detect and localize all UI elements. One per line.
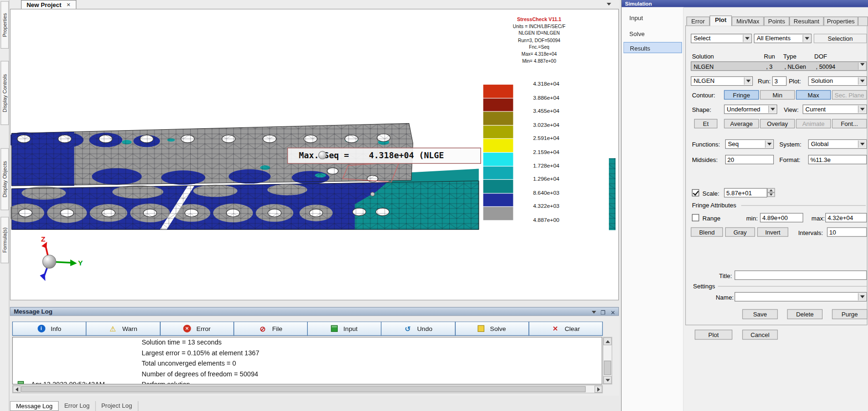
fringe-button[interactable]: Fringe (724, 90, 759, 100)
invert-button[interactable]: Invert (757, 228, 788, 237)
scroll-down-icon[interactable] (603, 376, 612, 384)
settings-name-dropdown[interactable] (734, 292, 867, 301)
input-button[interactable]: Input (307, 322, 382, 336)
file-button[interactable]: ⊘ File (233, 322, 308, 336)
scroll-thumb[interactable] (604, 360, 611, 375)
nav-item-input[interactable]: Input (623, 12, 682, 23)
settings-label: Settings (693, 283, 715, 289)
purge-button[interactable]: Purge (832, 309, 868, 319)
simulation-titlebar[interactable]: Simulation (622, 0, 868, 7)
scale-input[interactable] (724, 188, 767, 198)
log-line: Apr 13 2023 09:53:43AM Perform solution (13, 380, 601, 385)
tab-plot[interactable]: Plot (710, 15, 732, 26)
log-line: Largest error = 0.105% at element 1367 (13, 348, 601, 358)
tab-message-log[interactable]: Message Log (10, 401, 59, 411)
cancel-button[interactable]: Cancel (742, 330, 778, 339)
chevron-down-icon[interactable] (858, 63, 866, 70)
average-button[interactable]: Average (724, 119, 759, 128)
plot-button[interactable]: Plot (695, 330, 732, 339)
solution-dropdown[interactable]: NLGEN (691, 76, 753, 86)
log-text-area[interactable]: Solution time = 13 seconds Largest error… (12, 337, 602, 385)
spinner-up-icon[interactable] (767, 188, 775, 192)
scroll-left-icon[interactable] (13, 386, 21, 393)
scale-spinner[interactable] (767, 188, 775, 198)
message-log-titlebar[interactable]: Message Log ❐ ✕ (10, 307, 619, 316)
scroll-up-icon[interactable] (603, 338, 612, 345)
error-button-label: Error (196, 325, 210, 332)
legend-value: 1.296e+04 (533, 176, 559, 190)
gray-button[interactable]: Gray (725, 228, 755, 237)
chevron-down-icon (858, 106, 866, 113)
overlay-button[interactable]: Overlay (760, 119, 794, 128)
tab-error[interactable]: Error (686, 16, 710, 26)
chevron-down-icon (744, 77, 752, 84)
scroll-thumb[interactable] (21, 386, 586, 392)
dof-header: DOF (814, 53, 827, 59)
max-button[interactable]: Max (796, 90, 831, 100)
model-viewport[interactable]: Z Y StressCheck V11.1 Units = INCH/LBF/S… (10, 9, 619, 301)
scale-checkbox[interactable] (692, 189, 699, 196)
scroll-right-icon[interactable] (594, 386, 602, 393)
rail-tab-display-objects[interactable]: Display Objects (0, 148, 9, 210)
tab-partial[interactable] (858, 16, 868, 26)
font-button[interactable]: Font... (832, 119, 867, 128)
range-max-input[interactable] (825, 213, 867, 222)
spinner-down-icon[interactable] (767, 192, 775, 197)
title-label: Title: (719, 273, 732, 279)
delete-button[interactable]: Delete (787, 309, 823, 319)
warn-button[interactable]: ⚠ Warn (86, 322, 160, 336)
range-checkbox[interactable] (692, 214, 699, 221)
nav-item-solve[interactable]: Solve (623, 28, 682, 39)
save-button[interactable]: Save (742, 309, 778, 319)
panel-menu-chevron-icon[interactable] (592, 311, 596, 314)
range-min-input[interactable] (760, 213, 803, 222)
functions-dropdown[interactable]: Seq (725, 139, 774, 149)
tab-project-log[interactable]: Project Log (96, 401, 138, 411)
run-input[interactable] (772, 76, 786, 86)
message-log-title: Message Log (14, 308, 52, 315)
legend-value: 8.640e+03 (533, 190, 559, 203)
element-filter-dropdown[interactable]: All Elements (754, 34, 811, 43)
tab-min-max[interactable]: Min/Max (732, 16, 764, 26)
log-vertical-scrollbar[interactable] (603, 337, 612, 385)
select-mode-dropdown[interactable]: Select (691, 34, 752, 43)
log-horizontal-scrollbar[interactable] (12, 385, 603, 393)
tab-properties[interactable]: Properties (823, 16, 858, 26)
intervals-input[interactable] (827, 228, 867, 237)
info-button-label: Info (51, 325, 61, 332)
close-icon[interactable]: ✕ (67, 2, 71, 7)
undo-button[interactable]: ↺ Undo (381, 322, 455, 336)
et-button[interactable]: Et (694, 119, 718, 128)
info-button[interactable]: i Info (12, 322, 87, 336)
blend-button[interactable]: Blend (691, 228, 723, 237)
selection-button[interactable]: Selection (814, 34, 867, 43)
tab-new-project[interactable]: New Project ✕ (21, 0, 76, 9)
legend-swatch (483, 166, 513, 179)
rail-tab-properties[interactable]: Properties (0, 1, 9, 49)
tab-points[interactable]: Points (764, 16, 789, 26)
title-input[interactable] (734, 271, 867, 280)
solution-summary-field[interactable]: NLGEN , 3 , NLGen , 50094 (691, 61, 867, 71)
min-button[interactable]: Min (760, 90, 794, 100)
clear-button-label: Clear (564, 325, 579, 332)
solve-button[interactable]: Solve (455, 322, 529, 336)
midsides-input[interactable] (725, 155, 774, 164)
system-dropdown[interactable]: Global (808, 139, 867, 149)
rail-tab-formulas[interactable]: Formula(s) (0, 217, 9, 263)
clear-button[interactable]: ✕ Clear (528, 322, 603, 336)
max-value-annotation[interactable]: Max. Seq = 4.318e+04 (NLGE (287, 148, 481, 164)
nav-item-results[interactable]: Results (623, 42, 682, 53)
tab-list-chevron-down-icon[interactable] (607, 3, 611, 6)
format-input[interactable] (808, 155, 867, 164)
view-dropdown[interactable]: Current (802, 104, 867, 114)
float-window-icon[interactable]: ❐ (601, 308, 606, 317)
tab-error-log[interactable]: Error Log (59, 401, 96, 411)
rail-tab-display-controls[interactable]: Display Controls (0, 61, 9, 125)
format-label: Format: (779, 156, 801, 163)
plot-type-dropdown[interactable]: Solution (808, 76, 867, 86)
info-icon: i (37, 325, 45, 333)
close-icon[interactable]: ✕ (610, 308, 615, 317)
error-button[interactable]: ✕ Error (160, 322, 234, 336)
shape-dropdown[interactable]: Undeformed (724, 104, 777, 114)
tab-resultant[interactable]: Resultant (789, 16, 823, 26)
